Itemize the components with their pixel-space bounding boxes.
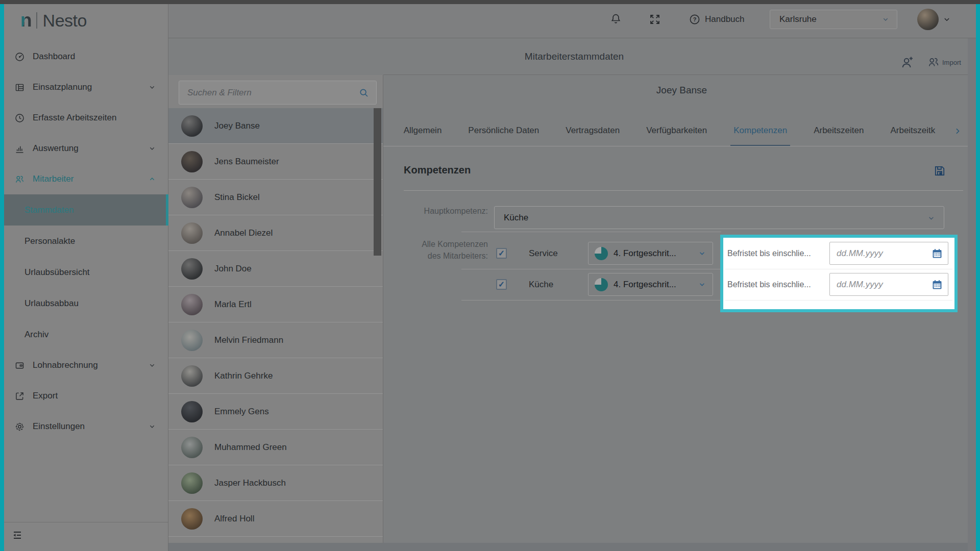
sidebar-item-mitarbeiter[interactable]: Mitarbeiter [0, 164, 168, 194]
sidebar: n Nesto Dashboard Einsatzplanung [0, 0, 168, 551]
chevron-down-icon [148, 144, 156, 153]
chevron-down-icon [698, 249, 706, 258]
sidebar-item-dashboard[interactable]: Dashboard [0, 41, 168, 72]
chevron-down-icon [148, 83, 156, 91]
kueche-checkbox[interactable]: ✓ [496, 279, 507, 290]
competency-row-divider [461, 232, 721, 232]
dashboard-icon [14, 52, 25, 62]
employee-row-emmely-gens[interactable]: Emmely Gens [168, 394, 383, 430]
employee-row-kathrin-gehrke[interactable]: Kathrin Gehrke [168, 358, 383, 394]
tab-vertragsdaten[interactable]: Vertragsdaten [562, 116, 623, 146]
employee-row-john-doe[interactable]: John Doe [168, 251, 383, 287]
tab-arbeitszeiten[interactable]: Arbeitszeiten [811, 116, 867, 146]
employee-row-jens-baumeister[interactable]: Jens Baumeister [168, 144, 383, 180]
add-employee-icon[interactable] [900, 55, 915, 70]
list-scrollbar-thumb[interactable] [374, 108, 381, 256]
employee-row-jasper-hackbusch[interactable]: Jasper Hackbusch [168, 465, 383, 501]
tab-persoenliche-daten[interactable]: Persönliche Daten [465, 116, 542, 146]
chevron-up-icon [148, 175, 156, 183]
avatar [181, 508, 203, 530]
sidebar-item-label: Personalakte [24, 236, 75, 246]
handbuch-link[interactable]: Handbuch [705, 0, 745, 38]
sidebar-item-label: Urlaubsübersicht [24, 267, 90, 278]
page-title: Mitarbeiterstammdaten [168, 38, 980, 75]
tab-arbeitszeitk[interactable]: Arbeitszeitk [887, 116, 938, 146]
clock-icon [14, 113, 25, 123]
calendar-icon[interactable] [931, 279, 943, 291]
notifications-bell-icon[interactable] [609, 13, 622, 26]
sidebar-item-urlaubsabbau[interactable]: Urlaubsabbau [0, 288, 168, 319]
sidebar-item-lohnabrechnung[interactable]: Lohnabrechnung [0, 350, 168, 381]
date-input-kueche[interactable] [830, 273, 948, 295]
sidebar-item-label: Auswertung [33, 143, 148, 154]
employee-row-marla-ertl[interactable]: Marla Ertl [168, 287, 383, 322]
import-label: Import [942, 59, 961, 66]
import-button[interactable]: Import [927, 55, 961, 70]
hauptkompetenz-select[interactable]: Küche [494, 206, 944, 229]
sidebar-item-einstellungen[interactable]: Einstellungen [0, 411, 168, 442]
sidebar-item-stammdaten[interactable]: Stammdaten [4, 194, 168, 226]
hauptkompetenz-label: Hauptkompetenz: [383, 207, 488, 216]
sidebar-item-export[interactable]: Export [0, 381, 168, 411]
tab-kompetenzen[interactable]: Kompetenzen [730, 116, 790, 146]
tab-verfuegbarkeiten[interactable]: Verfügbarkeiten [643, 116, 710, 146]
competency-level-pie-icon [595, 247, 608, 260]
employee-row-stina-bickel[interactable]: Stina Bickel [168, 180, 383, 215]
sidebar-item-label: Einstellungen [33, 421, 148, 432]
employee-row-annabel-diezel[interactable]: Annabel Diezel [168, 215, 383, 251]
sidebar-item-label: Erfasste Arbeitszeiten [33, 113, 156, 123]
employee-name: Emmely Gens [214, 394, 269, 430]
tab-allgemein[interactable]: Allgemein [401, 116, 445, 146]
avatar [181, 437, 203, 458]
location-select[interactable]: Karlsruhe [770, 10, 897, 29]
user-menu-chevron-icon[interactable] [942, 15, 951, 24]
sidebar-item-personalakte[interactable]: Personalakte [0, 226, 168, 257]
logo-divider [36, 12, 37, 29]
chevron-down-icon [698, 280, 706, 289]
save-icon[interactable] [933, 164, 947, 178]
service-level-select[interactable]: 4. Fortgeschrit... [588, 242, 713, 265]
browser-vertical-scrollbar[interactable] [968, 38, 976, 551]
help-icon[interactable]: ? [689, 13, 701, 26]
avatar [181, 294, 203, 315]
competency-row-divider [461, 300, 721, 300]
avatar [181, 330, 203, 351]
employee-name: Jens Baumeister [214, 144, 279, 180]
employee-list: Joey Banse Jens Baumeister Stina Bickel … [168, 108, 383, 551]
employee-row-alfred-holl[interactable]: Alfred Holl [168, 501, 383, 537]
competency-name-kueche: Küche [529, 273, 553, 296]
sidebar-item-auswertung[interactable]: Auswertung [0, 133, 168, 164]
sidebar-item-archiv[interactable]: Archiv [0, 319, 168, 350]
employee-name: Annabel Diezel [214, 215, 273, 251]
search-icon[interactable] [358, 87, 370, 98]
avatar [181, 222, 203, 244]
service-checkbox[interactable]: ✓ [496, 248, 507, 259]
user-avatar[interactable] [917, 9, 939, 30]
employee-list-panel: Joey Banse Jens Baumeister Stina Bickel … [168, 75, 383, 551]
competency-level-pie-icon [595, 278, 608, 291]
search-filter-box [179, 81, 377, 105]
screenshot-right-edge-highlight [976, 4, 980, 551]
employee-name: Jasper Hackbusch [214, 465, 286, 501]
browser-horizontal-scrollbar[interactable] [168, 543, 968, 551]
sidebar-item-einsatzplanung[interactable]: Einsatzplanung [0, 72, 168, 103]
collapse-sidebar-icon[interactable] [11, 529, 23, 541]
gear-icon [14, 421, 25, 432]
chevron-down-icon [148, 422, 156, 431]
avatar [181, 472, 203, 494]
employee-name: Stina Bickel [214, 180, 260, 215]
sidebar-item-erfasste-arbeitszeiten[interactable]: Erfasste Arbeitszeiten [0, 103, 168, 133]
fullscreen-icon[interactable] [649, 13, 661, 26]
detail-tabs: Allgemein Persönliche Daten Vertragsdate… [383, 116, 980, 146]
kueche-level-select[interactable]: 4. Fortgeschrit... [588, 273, 713, 296]
employee-row-muhammed-green[interactable]: Muhammed Green [168, 430, 383, 465]
sidebar-item-label: Dashboard [33, 52, 156, 62]
search-input[interactable] [179, 81, 376, 104]
calendar-icon[interactable] [931, 247, 943, 260]
employee-row-joey-banse[interactable]: Joey Banse [168, 108, 383, 144]
tabs-overflow-chevron-icon[interactable] [952, 126, 963, 136]
date-input-service[interactable] [830, 242, 948, 264]
sidebar-item-urlaubsuebersicht[interactable]: Urlaubsübersicht [0, 257, 168, 288]
avatar [181, 365, 203, 387]
employee-row-melvin-friedmann[interactable]: Melvin Friedmann [168, 322, 383, 358]
